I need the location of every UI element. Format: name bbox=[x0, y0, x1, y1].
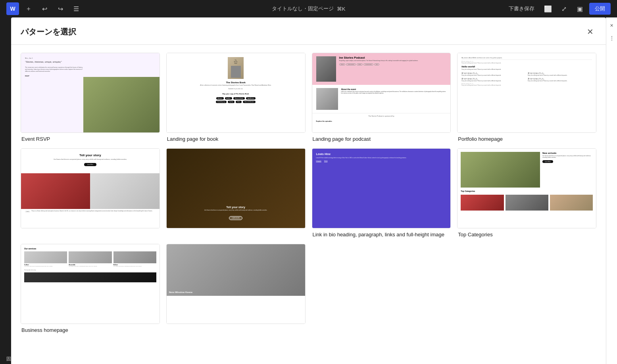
nora-preview: Nora Winslow Keene bbox=[167, 244, 305, 324]
pattern-card-portfolio[interactable]: My name is Anna Möller and these are som… bbox=[457, 53, 596, 142]
redo-button[interactable]: ↪ bbox=[54, 2, 67, 15]
pattern-preview-nora: Nora Winslow Keene bbox=[166, 244, 306, 324]
pattern-label-business: Business homepage bbox=[21, 327, 160, 333]
tools-button[interactable]: ☰ bbox=[70, 2, 83, 15]
top-bar: W ＋ ↩ ↪ ☰ タイトルなし・固定ページ ⌘K 下書き保存 ⬜ ⤢ ▣ 公開 bbox=[0, 0, 617, 17]
pattern-preview-link-bio: Lewis Hine Lewis W. Hine studied sociolo… bbox=[312, 148, 451, 228]
link-bio-preview: Lewis Hine Lewis W. Hine studied sociolo… bbox=[312, 149, 451, 228]
pattern-preview-landing-book: TheStoriesBook The Stories Book A fine c… bbox=[166, 53, 306, 133]
side-close-button[interactable]: × bbox=[607, 21, 617, 30]
layout-button[interactable]: ▣ bbox=[573, 2, 586, 15]
page-title-area: タイトルなし・固定ページ ⌘K bbox=[272, 5, 346, 12]
pattern-label-landing-podcast: Landing page for podcast bbox=[312, 136, 451, 142]
tell-story-dark-preview: Tell your story Like flowers that bloom … bbox=[167, 149, 305, 228]
top-bar-right: 下書き保存 ⬜ ⤢ ▣ 公開 bbox=[505, 2, 611, 15]
save-draft-button[interactable]: 下書き保存 bbox=[505, 3, 538, 15]
shortcut-hint: ⌘K bbox=[337, 6, 346, 12]
preview-button[interactable]: ⬜ bbox=[542, 2, 554, 15]
side-panel: × ⋮ bbox=[606, 17, 617, 364]
pattern-card-landing-book[interactable]: TheStoriesBook The Stories Book A fine c… bbox=[166, 53, 306, 142]
modal-header: パターンを選択 ✕ bbox=[11, 17, 606, 45]
top-bar-left: W ＋ ↩ ↪ ☰ bbox=[6, 2, 83, 15]
pattern-preview-portfolio: My name is Anna Möller and these are som… bbox=[457, 53, 596, 133]
portfolio-preview: My name is Anna Möller and these are som… bbox=[457, 53, 596, 132]
patterns-grid: Mon, Jan 1 "Stories, historias, ιστορίι,… bbox=[21, 53, 596, 333]
undo-button[interactable]: ↩ bbox=[38, 2, 51, 15]
fullscreen-button[interactable]: ⤢ bbox=[557, 2, 570, 15]
book-preview: TheStoriesBook The Stories Book A fine c… bbox=[167, 53, 305, 132]
pattern-card-landing-podcast[interactable]: Ine Stories Podcast Storytelling, expert… bbox=[312, 53, 451, 142]
pattern-label-link-bio: Link in bio heading, paragraph, links an… bbox=[312, 232, 451, 238]
business-preview: Our services Collect Use flowers that bl… bbox=[21, 244, 160, 324]
page-title: タイトルなし・固定ページ bbox=[272, 5, 334, 12]
pattern-card-business[interactable]: Our services Collect Use flowers that bl… bbox=[21, 244, 160, 333]
modal-close-button[interactable]: ✕ bbox=[584, 25, 596, 38]
pattern-modal: パターンを選択 ✕ Mon, Jan 1 "Stories, historias… bbox=[11, 17, 606, 364]
pattern-card-tell-story-dark[interactable]: Tell your story Like flowers that bloom … bbox=[166, 148, 306, 238]
modal-body[interactable]: Mon, Jan 1 "Stories, historias, ιστορίι,… bbox=[11, 45, 606, 364]
pattern-label-landing-book: Landing page for book bbox=[166, 136, 306, 142]
pattern-card-event-rsvp[interactable]: Mon, Jan 1 "Stories, historias, ιστορίι,… bbox=[21, 53, 160, 142]
pattern-card-tell-story[interactable]: Tell your story Use flowers that bloom i… bbox=[21, 148, 160, 238]
modal-title: パターンを選択 bbox=[21, 27, 76, 37]
pattern-preview-tell-story-dark: Tell your story Like flowers that bloom … bbox=[166, 148, 306, 228]
side-menu-button[interactable]: ⋮ bbox=[607, 33, 617, 43]
top-cats-preview: New arrivals Use flowers that bloom in u… bbox=[457, 149, 596, 228]
pattern-preview-tell-story: Tell your story Use flowers that bloom i… bbox=[21, 148, 160, 228]
podcast-preview: Ine Stories Podcast Storytelling, expert… bbox=[312, 53, 451, 132]
pattern-card-link-bio[interactable]: Lewis Hine Lewis W. Hine studied sociolo… bbox=[312, 148, 451, 238]
pattern-preview-top-cats: New arrivals Use flowers that bloom in u… bbox=[457, 148, 596, 228]
pattern-card-nora[interactable]: Nora Winslow Keene bbox=[166, 244, 306, 333]
pattern-label-top-cats: Top Categories bbox=[457, 232, 596, 238]
pattern-preview-landing-podcast: Ine Stories Podcast Storytelling, expert… bbox=[312, 53, 451, 133]
pattern-label-event-rsvp: Event RSVP bbox=[21, 136, 160, 142]
tell-story-preview: Tell your story Use flowers that bloom i… bbox=[21, 149, 160, 228]
pattern-label-portfolio: Portfolio homepage bbox=[457, 136, 596, 142]
pattern-card-top-cats[interactable]: New arrivals Use flowers that bloom in u… bbox=[457, 148, 596, 238]
pattern-preview-event-rsvp: Mon, Jan 1 "Stories, historias, ιστορίι,… bbox=[21, 53, 160, 133]
add-block-button[interactable]: ＋ bbox=[22, 2, 35, 15]
event-rsvp-preview: Mon, Jan 1 "Stories, historias, ιστορίι,… bbox=[21, 53, 160, 132]
publish-button[interactable]: 公開 bbox=[589, 3, 611, 15]
pattern-preview-business: Our services Collect Use flowers that bl… bbox=[21, 244, 160, 324]
wordpress-logo[interactable]: W bbox=[6, 2, 19, 15]
